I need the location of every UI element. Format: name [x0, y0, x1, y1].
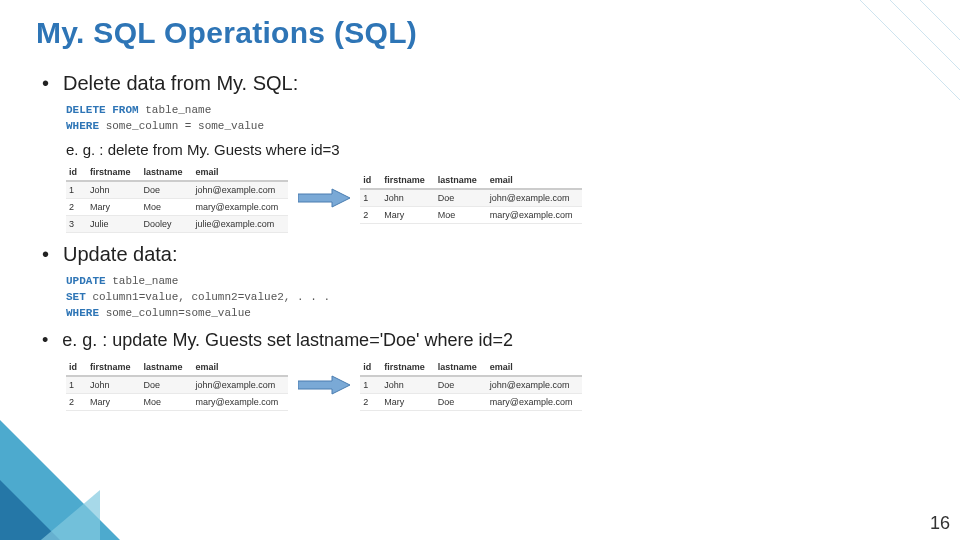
table-header: id [66, 164, 87, 181]
table-before-delete: idfirstnamelastnameemail1JohnDoejohn@exa… [66, 164, 288, 233]
slide-body: Delete data from My. SQL: DELETE FROM ta… [0, 72, 960, 411]
table-row: 1JohnDoejohn@example.com [66, 376, 288, 394]
table-cell: Doe [435, 376, 487, 394]
table-cell: John [87, 181, 141, 199]
table-row: 1JohnDoejohn@example.com [66, 181, 288, 199]
table-cell: Dooley [141, 215, 193, 232]
table-cell: john@example.com [487, 376, 583, 394]
table-cell: Mary [381, 393, 435, 410]
delete-example-text: e. g. : delete from My. Guests where id=… [66, 141, 960, 158]
code-text: column1=value, column2=value2, . . . [92, 291, 330, 303]
table-cell: John [87, 376, 141, 394]
code-text: table_name [145, 104, 211, 116]
table-cell: Doe [141, 376, 193, 394]
table-header: email [487, 172, 583, 189]
table-cell: 2 [360, 393, 381, 410]
table-row: 2MaryMoemary@example.com [360, 207, 582, 224]
svg-marker-3 [0, 400, 120, 540]
table-cell: Doe [141, 181, 193, 199]
table-header: id [66, 359, 87, 376]
table-header: firstname [381, 172, 435, 189]
svg-marker-0 [298, 189, 350, 207]
arrow-icon [298, 374, 350, 396]
table-cell: Mary [87, 198, 141, 215]
table-cell: mary@example.com [193, 393, 289, 410]
kw-where: WHERE [66, 120, 99, 132]
table-cell: Doe [435, 189, 487, 207]
table-header: firstname [87, 164, 141, 181]
kw-where: WHERE [66, 307, 99, 319]
kw-set: SET [66, 291, 86, 303]
table-header: email [193, 359, 289, 376]
table-cell: mary@example.com [193, 198, 289, 215]
svg-marker-1 [298, 376, 350, 394]
table-cell: Julie [87, 215, 141, 232]
table-cell: Mary [87, 393, 141, 410]
table-cell: 2 [66, 198, 87, 215]
table-cell: Moe [141, 393, 193, 410]
table-cell: mary@example.com [487, 207, 583, 224]
table-header: email [487, 359, 583, 376]
bullet-update: Update data: [42, 243, 960, 266]
table-cell: mary@example.com [487, 393, 583, 410]
table-cell: 2 [360, 207, 381, 224]
table-row: 1JohnDoejohn@example.com [360, 376, 582, 394]
table-cell: 3 [66, 215, 87, 232]
delete-tables-row: idfirstnamelastnameemail1JohnDoejohn@exa… [66, 164, 960, 233]
table-cell: john@example.com [193, 376, 289, 394]
update-tables-row: idfirstnamelastnameemail1JohnDoejohn@exa… [66, 359, 960, 411]
slide-title: My. SQL Operations (SQL) [0, 0, 960, 64]
table-cell: john@example.com [193, 181, 289, 199]
table-header: lastname [435, 359, 487, 376]
table-cell: Moe [435, 207, 487, 224]
code-text: table_name [112, 275, 178, 287]
update-syntax-code: UPDATE table_name SET column1=value, col… [66, 274, 960, 322]
table-row: 2MaryMoemary@example.com [66, 393, 288, 410]
table-row: 2MaryMoemary@example.com [66, 198, 288, 215]
table-cell: julie@example.com [193, 215, 289, 232]
svg-marker-4 [0, 490, 100, 540]
table-header: id [360, 359, 381, 376]
table-cell: 1 [360, 189, 381, 207]
table-row: 1JohnDoejohn@example.com [360, 189, 582, 207]
table-header: id [360, 172, 381, 189]
code-text: some_column=some_value [106, 307, 251, 319]
table-header: lastname [141, 164, 193, 181]
table-cell: John [381, 376, 435, 394]
table-cell: 1 [66, 181, 87, 199]
table-after-delete: idfirstnamelastnameemail1JohnDoejohn@exa… [360, 172, 582, 224]
table-cell: 1 [66, 376, 87, 394]
table-after-update: idfirstnamelastnameemail1JohnDoejohn@exa… [360, 359, 582, 411]
delete-syntax-code: DELETE FROM table_name WHERE some_column… [66, 103, 960, 135]
table-cell: Moe [141, 198, 193, 215]
table-header: firstname [87, 359, 141, 376]
table-row: 2MaryDoemary@example.com [360, 393, 582, 410]
table-row: 3JulieDooleyjulie@example.com [66, 215, 288, 232]
table-cell: 1 [360, 376, 381, 394]
table-header: lastname [435, 172, 487, 189]
update-example-text: e. g. : update My. Guests set lastname='… [42, 330, 960, 351]
code-text: some_column = some_value [106, 120, 264, 132]
table-header: email [193, 164, 289, 181]
bullet-delete: Delete data from My. SQL: [42, 72, 960, 95]
table-cell: john@example.com [487, 189, 583, 207]
table-before-update: idfirstnamelastnameemail1JohnDoejohn@exa… [66, 359, 288, 411]
table-header: firstname [381, 359, 435, 376]
kw-update: UPDATE [66, 275, 106, 287]
arrow-icon [298, 187, 350, 209]
table-cell: Doe [435, 393, 487, 410]
table-cell: Mary [381, 207, 435, 224]
table-cell: John [381, 189, 435, 207]
kw-delete-from: DELETE FROM [66, 104, 139, 116]
table-cell: 2 [66, 393, 87, 410]
page-number: 16 [930, 513, 950, 534]
table-header: lastname [141, 359, 193, 376]
